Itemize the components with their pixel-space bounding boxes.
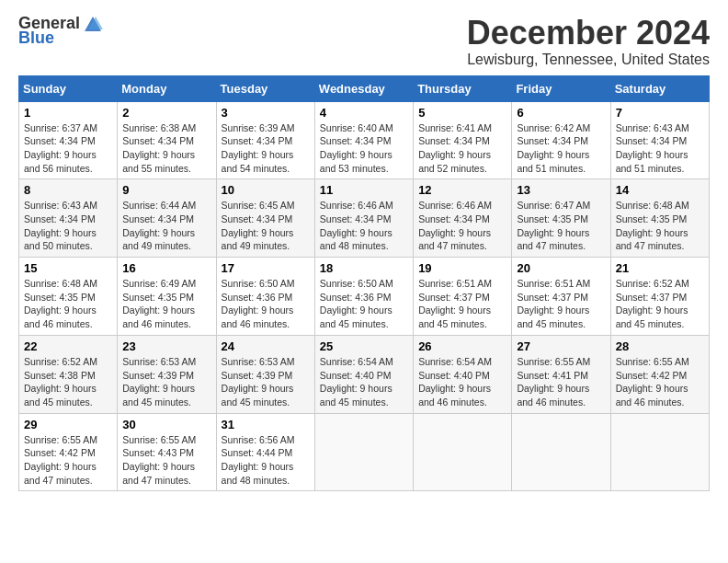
calendar-week-0: 1Sunrise: 6:37 AMSunset: 4:34 PMDaylight…: [19, 101, 710, 179]
day-info: Sunrise: 6:41 AMSunset: 4:34 PMDaylight:…: [418, 121, 506, 176]
day-number: 23: [122, 339, 210, 353]
day-number: 28: [616, 339, 704, 353]
calendar-cell: [314, 413, 413, 491]
logo-icon: [83, 15, 103, 33]
day-number: 10: [222, 183, 310, 197]
day-info: Sunrise: 6:48 AMSunset: 4:35 PMDaylight:…: [24, 277, 112, 331]
day-info: Sunrise: 6:44 AMSunset: 4:34 PMDaylight:…: [122, 199, 210, 253]
calendar-cell: 19Sunrise: 6:51 AMSunset: 4:37 PMDayligh…: [414, 258, 512, 336]
day-number: 8: [24, 183, 112, 197]
col-tuesday: Tuesday: [216, 75, 314, 101]
calendar-cell: 20Sunrise: 6:51 AMSunset: 4:37 PMDayligh…: [512, 258, 610, 336]
calendar-cell: 25Sunrise: 6:54 AMSunset: 4:40 PMDayligh…: [314, 335, 413, 413]
col-sunday: Sunday: [19, 75, 118, 101]
calendar-cell: 26Sunrise: 6:54 AMSunset: 4:40 PMDayligh…: [414, 335, 512, 413]
day-number: 27: [517, 339, 605, 353]
col-thursday: Thursday: [414, 75, 512, 101]
day-info: Sunrise: 6:47 AMSunset: 4:35 PMDaylight:…: [517, 199, 605, 253]
day-number: 31: [222, 418, 310, 431]
day-info: Sunrise: 6:38 AMSunset: 4:34 PMDaylight:…: [122, 121, 210, 176]
calendar-cell: 8Sunrise: 6:43 AMSunset: 4:34 PMDaylight…: [19, 179, 118, 258]
day-number: 24: [222, 339, 310, 353]
calendar-cell: 24Sunrise: 6:53 AMSunset: 4:39 PMDayligh…: [216, 335, 314, 413]
day-number: 6: [517, 106, 605, 120]
day-info: Sunrise: 6:48 AMSunset: 4:35 PMDaylight:…: [616, 199, 704, 253]
day-info: Sunrise: 6:55 AMSunset: 4:41 PMDaylight:…: [517, 355, 605, 409]
calendar-cell: 17Sunrise: 6:50 AMSunset: 4:36 PMDayligh…: [216, 258, 314, 336]
day-info: Sunrise: 6:53 AMSunset: 4:39 PMDaylight:…: [122, 355, 210, 409]
day-number: 19: [418, 261, 506, 275]
day-number: 29: [24, 418, 112, 431]
day-info: Sunrise: 6:55 AMSunset: 4:42 PMDaylight:…: [24, 433, 112, 488]
day-info: Sunrise: 6:40 AMSunset: 4:34 PMDaylight:…: [320, 121, 408, 176]
calendar-cell: 31Sunrise: 6:56 AMSunset: 4:44 PMDayligh…: [216, 413, 314, 491]
calendar-cell: 12Sunrise: 6:46 AMSunset: 4:34 PMDayligh…: [414, 179, 512, 258]
day-number: 9: [122, 183, 210, 197]
day-info: Sunrise: 6:43 AMSunset: 4:34 PMDaylight:…: [24, 199, 112, 253]
title-area: December 2024 Lewisburg, Tennessee, Unit…: [467, 15, 710, 68]
calendar-week-3: 22Sunrise: 6:52 AMSunset: 4:38 PMDayligh…: [19, 335, 710, 413]
day-number: 21: [616, 261, 704, 275]
day-info: Sunrise: 6:46 AMSunset: 4:34 PMDaylight:…: [418, 199, 506, 253]
day-number: 26: [418, 339, 506, 353]
day-number: 12: [418, 183, 506, 197]
calendar-cell: 27Sunrise: 6:55 AMSunset: 4:41 PMDayligh…: [512, 335, 610, 413]
day-number: 17: [222, 261, 310, 275]
day-number: 11: [320, 183, 408, 197]
day-number: 15: [24, 261, 112, 275]
day-number: 3: [222, 106, 310, 120]
header: General Blue December 2024 Lewisburg, Te…: [18, 15, 710, 68]
logo-blue: Blue: [18, 29, 54, 48]
calendar-cell: 14Sunrise: 6:48 AMSunset: 4:35 PMDayligh…: [610, 179, 709, 258]
day-info: Sunrise: 6:52 AMSunset: 4:37 PMDaylight:…: [616, 277, 704, 331]
logo: General Blue: [18, 15, 103, 48]
day-info: Sunrise: 6:55 AMSunset: 4:42 PMDaylight:…: [616, 355, 704, 409]
calendar-cell: 2Sunrise: 6:38 AMSunset: 4:34 PMDaylight…: [118, 101, 216, 179]
day-info: Sunrise: 6:52 AMSunset: 4:38 PMDaylight:…: [24, 355, 112, 409]
calendar-cell: 6Sunrise: 6:42 AMSunset: 4:34 PMDaylight…: [512, 101, 610, 179]
calendar-cell: 5Sunrise: 6:41 AMSunset: 4:34 PMDaylight…: [414, 101, 512, 179]
day-info: Sunrise: 6:37 AMSunset: 4:34 PMDaylight:…: [24, 121, 112, 176]
header-row: Sunday Monday Tuesday Wednesday Thursday…: [19, 75, 710, 101]
location: Lewisburg, Tennessee, United States: [467, 52, 710, 68]
day-info: Sunrise: 6:51 AMSunset: 4:37 PMDaylight:…: [517, 277, 605, 331]
day-number: 25: [320, 339, 408, 353]
calendar-cell: 28Sunrise: 6:55 AMSunset: 4:42 PMDayligh…: [610, 335, 709, 413]
calendar-cell: 3Sunrise: 6:39 AMSunset: 4:34 PMDaylight…: [216, 101, 314, 179]
calendar-cell: 7Sunrise: 6:43 AMSunset: 4:34 PMDaylight…: [610, 101, 709, 179]
calendar-cell: [414, 413, 512, 491]
month-title: December 2024: [467, 15, 710, 52]
calendar-cell: 22Sunrise: 6:52 AMSunset: 4:38 PMDayligh…: [19, 335, 118, 413]
calendar-cell: 16Sunrise: 6:49 AMSunset: 4:35 PMDayligh…: [118, 258, 216, 336]
day-number: 5: [418, 106, 506, 120]
day-info: Sunrise: 6:53 AMSunset: 4:39 PMDaylight:…: [222, 355, 310, 409]
day-info: Sunrise: 6:50 AMSunset: 4:36 PMDaylight:…: [222, 277, 310, 331]
day-number: 14: [616, 183, 704, 197]
calendar-cell: 9Sunrise: 6:44 AMSunset: 4:34 PMDaylight…: [118, 179, 216, 258]
day-info: Sunrise: 6:50 AMSunset: 4:36 PMDaylight:…: [320, 277, 408, 331]
calendar-cell: 1Sunrise: 6:37 AMSunset: 4:34 PMDaylight…: [19, 101, 118, 179]
day-info: Sunrise: 6:51 AMSunset: 4:37 PMDaylight:…: [418, 277, 506, 331]
day-number: 4: [320, 106, 408, 120]
calendar-cell: 15Sunrise: 6:48 AMSunset: 4:35 PMDayligh…: [19, 258, 118, 336]
calendar-cell: [610, 413, 709, 491]
day-number: 16: [122, 261, 210, 275]
calendar-cell: 30Sunrise: 6:55 AMSunset: 4:43 PMDayligh…: [118, 413, 216, 491]
calendar-table: Sunday Monday Tuesday Wednesday Thursday…: [18, 75, 710, 492]
day-info: Sunrise: 6:46 AMSunset: 4:34 PMDaylight:…: [320, 199, 408, 253]
calendar-cell: [512, 413, 610, 491]
calendar-cell: 23Sunrise: 6:53 AMSunset: 4:39 PMDayligh…: [118, 335, 216, 413]
col-wednesday: Wednesday: [314, 75, 413, 101]
day-number: 1: [24, 106, 112, 120]
calendar-cell: 11Sunrise: 6:46 AMSunset: 4:34 PMDayligh…: [314, 179, 413, 258]
day-number: 7: [616, 106, 704, 120]
day-info: Sunrise: 6:55 AMSunset: 4:43 PMDaylight:…: [122, 433, 210, 488]
day-info: Sunrise: 6:45 AMSunset: 4:34 PMDaylight:…: [222, 199, 310, 253]
day-info: Sunrise: 6:49 AMSunset: 4:35 PMDaylight:…: [122, 277, 210, 331]
calendar-cell: 13Sunrise: 6:47 AMSunset: 4:35 PMDayligh…: [512, 179, 610, 258]
day-number: 20: [517, 261, 605, 275]
day-number: 13: [517, 183, 605, 197]
calendar-week-1: 8Sunrise: 6:43 AMSunset: 4:34 PMDaylight…: [19, 179, 710, 258]
calendar-cell: 29Sunrise: 6:55 AMSunset: 4:42 PMDayligh…: [19, 413, 118, 491]
day-number: 22: [24, 339, 112, 353]
